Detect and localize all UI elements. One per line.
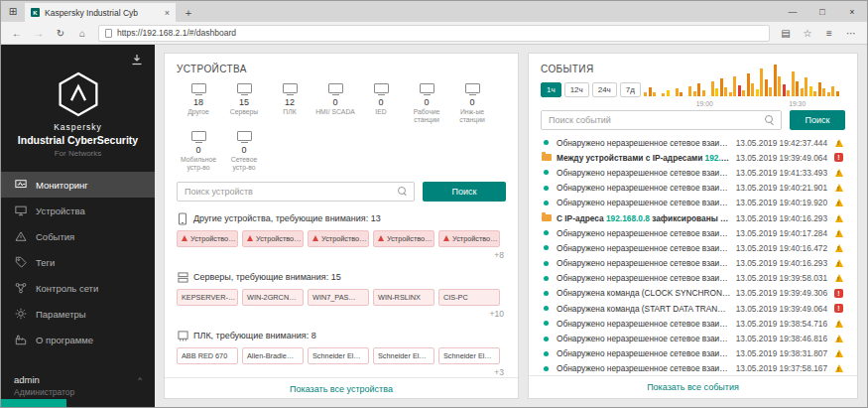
device-type[interactable]: 0HMI/ SCADA <box>313 83 357 124</box>
device-chip[interactable]: Устройство… <box>373 230 434 247</box>
events-search-button[interactable]: Поиск <box>790 110 845 130</box>
event-timestamp: 13.05.2019 19:40:16.293 <box>736 213 827 223</box>
device-type-count: 0 <box>424 97 429 107</box>
time-filters: 1ч12ч24ч7д <box>541 82 644 97</box>
sidebar-item-devices[interactable]: Устройства <box>1 198 155 223</box>
event-row[interactable]: Обнаружено неразрешенное сетевое взаимод… <box>541 196 845 210</box>
device-chip[interactable]: Устройство… <box>438 230 500 247</box>
time-filter-3[interactable]: 7д <box>620 82 641 97</box>
devices-search-box[interactable] <box>177 182 415 202</box>
device-type-count: 0 <box>195 145 200 155</box>
sidebar-item-settings[interactable]: Параметры <box>1 301 155 327</box>
device-type[interactable]: 18Другое <box>177 83 220 124</box>
close-button[interactable]: × <box>837 1 867 22</box>
device-chip[interactable]: Schneider El… <box>373 347 434 364</box>
home-icon[interactable]: ⌂ <box>72 28 92 39</box>
histogram-bar <box>697 83 700 96</box>
time-filter-0[interactable]: 1ч <box>541 82 561 97</box>
device-type[interactable]: 0Инж-ые станции <box>450 83 494 124</box>
sidebar-item-network-control[interactable]: Контроль сети <box>1 275 155 301</box>
devices-search-button[interactable]: Поиск <box>423 182 506 202</box>
sidebar-item-tags[interactable]: Теги <box>1 249 155 275</box>
sidebar-item-monitoring[interactable]: Мониторинг <box>1 172 155 198</box>
histogram-bar <box>756 89 759 96</box>
event-row[interactable]: Обнаружено неразрешенное сетевое взаимод… <box>541 165 845 180</box>
device-chip-label: Schneider El… <box>378 351 427 360</box>
histogram-bar <box>688 86 691 96</box>
more-icon[interactable]: ⋯ <box>841 28 861 39</box>
device-chip[interactable]: Устройство… <box>177 230 238 247</box>
page-icon <box>105 29 112 38</box>
event-row[interactable]: С IP-адреса 192.168.0.8 зафиксированы ча… <box>541 210 845 225</box>
event-row[interactable]: Обнаружено неразрешенное сетевое взаимод… <box>541 316 845 331</box>
event-row[interactable]: Обнаружена команда (CLOCK SYNCHRONIZATIO… <box>541 286 845 301</box>
reading-view-icon[interactable]: ▤ <box>776 28 796 39</box>
new-tab-button[interactable]: + <box>176 3 201 22</box>
event-row[interactable]: Обнаружено неразрешенное сетевое взаимод… <box>541 256 845 271</box>
event-row[interactable]: Между устройствами с IP-адресами 192.168… <box>541 150 845 165</box>
device-chip[interactable]: WIN7_PAS… <box>308 289 369 306</box>
histogram-bar <box>827 92 830 96</box>
device-type[interactable]: 0Мобильное устр-во <box>177 131 220 172</box>
sidebar-item-label: Параметры <box>36 309 86 320</box>
event-row[interactable]: Обнаружено неразрешенное сетевое взаимод… <box>541 181 845 196</box>
device-chip[interactable]: WIN-2GRCN… <box>242 289 304 306</box>
events-search-box[interactable] <box>541 110 782 130</box>
device-chip[interactable]: Устройство… <box>242 230 304 247</box>
refresh-icon[interactable]: ↻ <box>51 28 70 39</box>
events-search-input[interactable] <box>549 115 765 125</box>
severity-warning-icon: ! <box>832 349 845 357</box>
device-chip[interactable]: Устройство… <box>308 230 369 247</box>
time-filter-1[interactable]: 12ч <box>564 82 589 97</box>
severity-warning-icon: ! <box>832 335 845 342</box>
device-chip[interactable]: ABB RED 670 <box>177 347 238 364</box>
chevron-up-icon: ^ <box>138 375 142 384</box>
event-row[interactable]: Обнаружено неразрешенное сетевое взаимод… <box>541 225 845 240</box>
event-row[interactable]: Обнаружено неразрешенное сетевое взаимод… <box>541 346 845 361</box>
device-chip[interactable]: KEPSERVER-… <box>177 289 238 306</box>
forward-icon[interactable]: → <box>29 28 49 39</box>
minimize-button[interactable]: — <box>778 1 807 22</box>
device-type[interactable]: 15Серверы <box>222 83 266 124</box>
device-group-header: Серверы, требующие внимания: 15 <box>177 271 506 284</box>
device-chip[interactable]: Allen-Bradle… <box>242 347 304 364</box>
device-chip[interactable]: Schneider El… <box>308 347 369 364</box>
back-icon[interactable]: ← <box>7 28 27 39</box>
export-report-icon[interactable] <box>131 52 143 69</box>
time-filter-2[interactable]: 24ч <box>592 82 617 97</box>
event-row[interactable]: Обнаружено неразрешенное сетевое взаимод… <box>541 271 845 286</box>
device-type[interactable]: 0Рабочие станции <box>405 83 448 124</box>
show-all-devices-link[interactable]: Показать все устройства <box>165 377 518 400</box>
alert-triangle-icon <box>312 235 318 241</box>
event-timestamp: 13.05.2019 19:38:46.816 <box>736 334 827 343</box>
event-row[interactable]: Обнаружено неразрешенное сетевое взаимод… <box>541 135 845 150</box>
browser-tab[interactable]: K Kaspersky Industrial Cyb × <box>25 3 176 22</box>
events-list: Обнаружено неразрешенное сетевое взаимод… <box>541 135 845 375</box>
sidebar-item-events[interactable]: События <box>1 223 155 249</box>
device-type-label: ПЛК <box>283 108 296 116</box>
show-all-events-link[interactable]: Показать все события <box>529 375 857 398</box>
sidebar-item-about[interactable]: О программе <box>1 327 155 352</box>
histogram-bar <box>774 65 777 96</box>
devices-search-input[interactable] <box>185 187 398 197</box>
event-text: Обнаружено неразрешенное сетевое взаимод… <box>557 198 731 207</box>
address-bar[interactable]: https://192.168.2.1/#/dashboard <box>98 25 770 42</box>
tab-close-icon[interactable]: × <box>165 8 170 18</box>
device-type[interactable]: 0Сетевое устр-во <box>222 131 266 172</box>
device-chip[interactable]: CIS-PC <box>438 289 500 306</box>
dashboard: УСТРОЙСТВА 18Другое15Серверы12ПЛК0HMI/ S… <box>155 45 867 407</box>
device-type[interactable]: 12ПЛК <box>268 83 311 124</box>
favorites-icon[interactable]: ☆ <box>798 28 817 39</box>
maximize-button[interactable]: □ <box>807 1 837 22</box>
hub-icon[interactable]: ≡ <box>819 28 839 39</box>
device-chip[interactable]: WIN-RSLINX <box>373 289 434 306</box>
event-row[interactable]: Обнаружено неразрешенное сетевое взаимод… <box>541 240 845 255</box>
event-row[interactable]: Обнаружена команда (START DATA TRANSFER … <box>541 301 845 316</box>
device-chip[interactable]: Schneider El… <box>438 347 500 364</box>
event-row[interactable]: Обнаружено неразрешенное сетевое взаимод… <box>541 361 845 375</box>
device-type[interactable]: 0IED <box>359 83 403 124</box>
browser-status-bar <box>1 399 66 407</box>
device-chips: ABB RED 670Allen-Bradle…Schneider El…Sch… <box>177 347 506 364</box>
device-type-count: 12 <box>285 97 295 107</box>
event-row[interactable]: Обнаружено неразрешенное сетевое взаимод… <box>541 331 845 345</box>
